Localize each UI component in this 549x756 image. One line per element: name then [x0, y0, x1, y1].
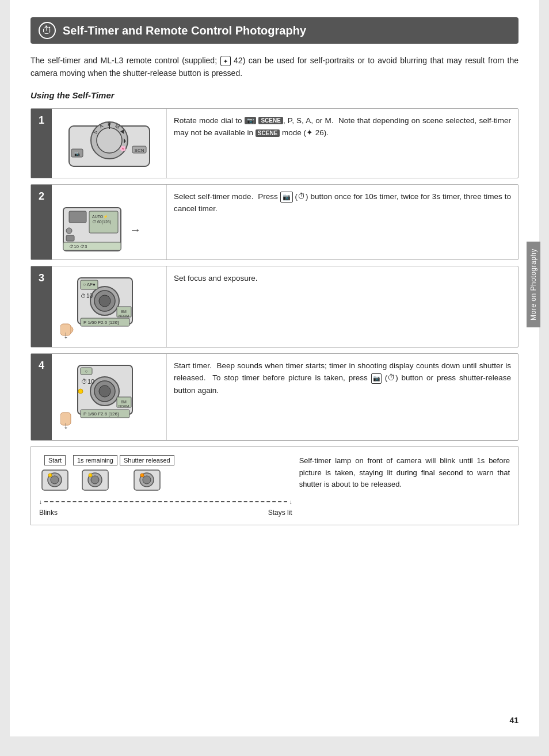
bottom-section: Start 1s remaining [30, 446, 518, 525]
step-2-number: 2 [31, 185, 52, 259]
reference-icon: ✦ [220, 56, 231, 66]
svg-text:↓: ↓ [63, 329, 68, 341]
intro-paragraph: The self-timer and ML-L3 remote control … [30, 54, 518, 80]
svg-point-61 [91, 476, 99, 484]
lamp-diagram: Start 1s remaining [39, 455, 292, 517]
svg-text:SCN: SCN [134, 148, 144, 153]
svg-text:⏱ 60(126): ⏱ 60(126) [92, 220, 111, 224]
step-2-diagram: AUTO⚡ ⏱ 60(126) ⏱10 ⏱3 → [52, 185, 167, 259]
step-4-diagram: ○ ⏱10 P 1/60 F2.6 [126] 8M NORM ↓ [52, 354, 167, 440]
svg-point-58 [48, 474, 52, 477]
step-3-diagram: ○ AF● ⏱10 P 1/60 F2.6 [126] 8M NORM ↓ [52, 266, 167, 347]
step-1-text: Rotate mode dial to 📷 SCENE, P, S, A, or… [167, 109, 518, 178]
svg-rect-16 [69, 211, 86, 223]
step-3-number: 3 [31, 266, 52, 347]
stays-lit-label: Stays lit [268, 509, 292, 517]
remaining-label: 1s remaining [73, 455, 117, 465]
side-tab: More on Photography [527, 242, 540, 327]
page: ⏱ Self-Timer and Remote Control Photogra… [10, 0, 539, 736]
step-4-number: 4 [31, 354, 52, 440]
svg-text:📷: 📷 [74, 151, 80, 156]
svg-text:8M: 8M [121, 400, 127, 404]
svg-text:⏱10: ⏱10 [81, 378, 94, 385]
svg-point-20 [66, 228, 72, 234]
ref-icon: ✦ [306, 128, 313, 137]
start-label: Start [44, 455, 66, 465]
svg-text:8M: 8M [121, 310, 127, 314]
step-1-row: 1 S A P M ▶ ☁ 🌸 📷 [30, 108, 518, 178]
svg-text:AUTO⚡: AUTO⚡ [92, 214, 108, 219]
svg-point-28 [99, 295, 110, 307]
section-title: Self-Timer and Remote Control Photograph… [63, 24, 306, 37]
subheading: Using the Self-Timer [30, 90, 518, 100]
page-number: 41 [509, 716, 518, 725]
self-timer-icon: ⏱ [39, 22, 56, 39]
step-3-text: Set focus and exposure. [167, 266, 518, 347]
svg-point-2 [97, 128, 122, 153]
svg-text:○  AF●: ○ AF● [83, 282, 96, 287]
svg-text:⏱10: ⏱10 [81, 293, 93, 299]
step-2-text: Select self-timer mode. Press 📷 (⏱) butt… [167, 185, 518, 259]
svg-text:→: → [129, 223, 141, 236]
step-3-row: 3 ○ AF● ⏱10 P 1/60 F2.6 [126] 8M [30, 266, 518, 348]
svg-text:☁: ☁ [123, 138, 128, 143]
svg-text:NORM: NORM [118, 314, 128, 318]
lamp-description: Self-timer lamp on front of camera will … [299, 455, 510, 491]
svg-text:NORM: NORM [118, 404, 128, 408]
step-1-number: 1 [31, 109, 52, 178]
svg-point-57 [51, 476, 59, 484]
svg-point-43 [99, 385, 110, 397]
svg-point-66 [140, 474, 144, 477]
svg-point-62 [89, 474, 92, 477]
section-header: ⏱ Self-Timer and Remote Control Photogra… [30, 17, 518, 44]
step-4-text: Start timer. Beep sounds when timer star… [167, 354, 518, 440]
step-1-diagram: S A P M ▶ ☁ 🌸 📷 SCN [52, 109, 167, 178]
svg-rect-21 [66, 235, 74, 241]
svg-text:P 1/60  F2.6 [126]: P 1/60 F2.6 [126] [83, 320, 119, 325]
svg-point-52 [78, 389, 83, 394]
step-2-row: 2 AUTO⚡ ⏱ 60(126) ⏱10 ⏱3 → [30, 184, 518, 260]
shutter-released-label: Shutter released [120, 455, 174, 465]
svg-text:⏱10  ⏱3: ⏱10 ⏱3 [69, 244, 87, 249]
svg-point-65 [143, 476, 151, 484]
blinks-label: Blinks [39, 509, 58, 517]
svg-text:P 1/60  F2.6 [126]: P 1/60 F2.6 [126] [83, 411, 119, 417]
svg-text:○: ○ [85, 369, 87, 374]
svg-text:↓: ↓ [63, 419, 68, 431]
step-4-row: 4 ○ ⏱10 P 1/60 F2.6 [126] 8M N [30, 353, 518, 441]
